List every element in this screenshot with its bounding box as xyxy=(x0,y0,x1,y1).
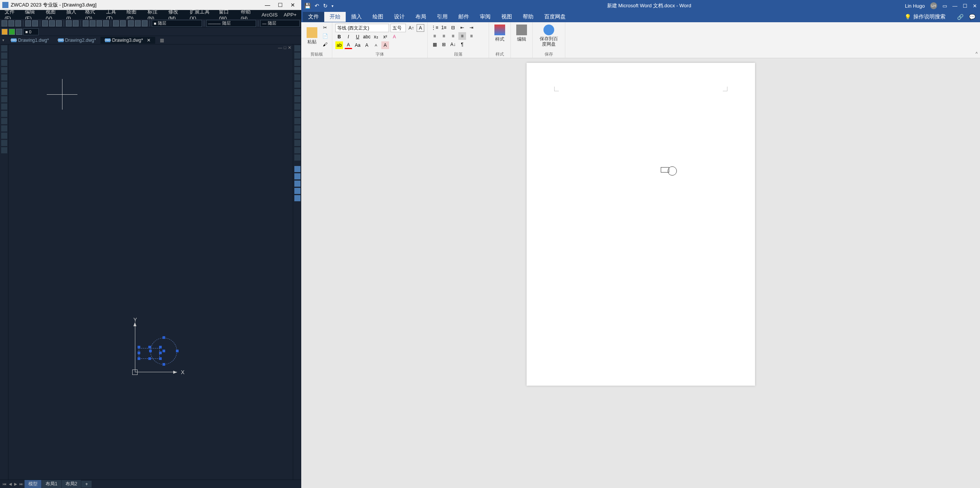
show-marks-button[interactable]: ¶ xyxy=(458,41,466,48)
chamfer-icon[interactable] xyxy=(294,140,300,146)
doc-tab-3[interactable]: DWGDrawing3.dwg*✕ xyxy=(100,37,155,44)
tb-icon-a[interactable] xyxy=(128,20,134,26)
share-icon[interactable]: 🔗 xyxy=(957,14,964,20)
user-name[interactable]: Lin Hugo xyxy=(905,3,925,9)
maximize-icon[interactable]: ☐ xyxy=(963,3,967,9)
char-shading-button[interactable]: Aa xyxy=(354,41,361,49)
grip-point[interactable] xyxy=(163,336,165,339)
design-center-icon[interactable] xyxy=(120,20,126,26)
doc-tab-1[interactable]: DWGDrawing1.dwg* xyxy=(7,37,54,44)
layout-nav-first-icon[interactable]: ⏮ xyxy=(2,482,8,486)
paste-icon[interactable] xyxy=(56,20,62,26)
phonetic-button[interactable]: A xyxy=(417,24,424,32)
copy-obj-icon[interactable] xyxy=(294,53,300,59)
lineweight-dropdown[interactable]: — 随层 xyxy=(260,20,300,27)
zoom-window-icon[interactable] xyxy=(97,20,102,26)
canvas-min-icon[interactable]: — xyxy=(278,45,282,50)
grip-point[interactable] xyxy=(159,352,162,354)
collapse-ribbon-icon[interactable]: ^ xyxy=(975,51,978,56)
block-icon[interactable] xyxy=(1,111,7,117)
ribbon-tab-insert[interactable]: 插入 xyxy=(346,12,367,22)
grip-point[interactable] xyxy=(163,363,165,366)
grip-point[interactable] xyxy=(138,357,140,360)
copy-button[interactable]: 📄 xyxy=(321,32,329,40)
rotate-icon[interactable] xyxy=(294,89,300,95)
close-icon[interactable]: ✕ xyxy=(291,2,295,8)
layer-off-icon[interactable] xyxy=(16,29,22,35)
rectangle-icon[interactable] xyxy=(1,67,7,73)
shrink-font-icon[interactable]: A xyxy=(372,41,380,49)
save-icon[interactable]: 💾 xyxy=(304,3,311,9)
ellipse-icon[interactable] xyxy=(1,96,7,102)
group1-icon[interactable] xyxy=(294,166,300,172)
undo-icon[interactable] xyxy=(66,20,72,26)
minimize-icon[interactable]: — xyxy=(265,2,270,8)
redo-icon[interactable]: ↻ xyxy=(323,3,328,9)
explode-icon[interactable] xyxy=(294,154,300,161)
minimize-icon[interactable]: — xyxy=(952,3,957,9)
layer-icon[interactable] xyxy=(2,29,8,35)
maximize-icon[interactable]: ☐ xyxy=(278,2,283,8)
grip-point[interactable] xyxy=(159,357,162,360)
editing-button[interactable]: 编辑 xyxy=(514,24,529,43)
ribbon-tab-layout[interactable]: 布局 xyxy=(410,12,432,22)
hatch-icon[interactable] xyxy=(1,125,7,131)
polyline-icon[interactable] xyxy=(1,53,7,59)
text-icon[interactable] xyxy=(1,140,7,146)
multilevel-button[interactable]: ⊟ xyxy=(449,24,457,31)
offset-icon[interactable] xyxy=(294,67,300,73)
grow-font-icon[interactable]: A xyxy=(363,41,371,49)
ribbon-tab-draw[interactable]: 绘图 xyxy=(367,12,389,22)
shading-button[interactable]: ▦ xyxy=(431,41,438,48)
baidu-save-button[interactable]: 保存到百度网盘 xyxy=(536,24,562,48)
join-icon[interactable] xyxy=(294,133,300,139)
grip-point[interactable] xyxy=(148,346,151,348)
word-page[interactable] xyxy=(527,63,755,386)
ellipse-arc-icon[interactable] xyxy=(1,104,7,110)
superscript-button[interactable]: x² xyxy=(381,33,389,41)
canvas-max-icon[interactable]: □ xyxy=(284,45,286,50)
ribbon-tab-view[interactable]: 视图 xyxy=(496,12,517,22)
grip-point[interactable] xyxy=(163,350,165,352)
spline-icon[interactable] xyxy=(1,89,7,95)
color-dropdown[interactable]: ——— 随层 xyxy=(206,20,256,27)
canvas-close-icon[interactable]: ✕ xyxy=(288,45,291,50)
highlight-button[interactable]: ab xyxy=(335,41,343,49)
layout-tab-1[interactable]: 布局1 xyxy=(42,480,62,488)
menu-arcgis[interactable]: ArcGIS xyxy=(258,12,281,18)
layer-dropdown[interactable]: ■ 随层 xyxy=(152,20,202,27)
open-icon[interactable] xyxy=(8,20,14,26)
move-icon[interactable] xyxy=(294,82,300,88)
strike-button[interactable]: abc xyxy=(363,33,371,41)
grip-point[interactable] xyxy=(159,346,162,348)
arc-icon[interactable] xyxy=(1,74,7,81)
numbering-button[interactable]: 1≡ xyxy=(440,24,448,31)
ribbon-tab-baidu[interactable]: 百度网盘 xyxy=(539,12,571,22)
group3-icon[interactable] xyxy=(294,181,300,187)
layout-nav-next-icon[interactable]: ▶ xyxy=(13,482,18,486)
region-icon[interactable] xyxy=(1,133,7,139)
bullets-button[interactable]: ⋮≡ xyxy=(431,24,438,31)
tb-icon-b[interactable] xyxy=(135,20,141,26)
zoom-icon[interactable] xyxy=(90,20,95,26)
layer-current[interactable]: ■ 0 xyxy=(23,28,39,35)
format-painter-button[interactable]: 🖌 xyxy=(321,41,329,48)
bold-button[interactable]: B xyxy=(335,33,343,41)
close-icon[interactable]: ✕ xyxy=(973,3,977,9)
paste-button[interactable]: 粘贴 xyxy=(304,24,320,48)
layer-state-icon[interactable] xyxy=(9,29,15,35)
preview-icon[interactable] xyxy=(32,20,38,26)
font-color-button[interactable]: A xyxy=(345,41,352,49)
ribbon-tab-design[interactable]: 设计 xyxy=(389,12,410,22)
grip-point[interactable] xyxy=(138,352,140,354)
ribbon-tab-review[interactable]: 审阅 xyxy=(474,12,496,22)
grip-point[interactable] xyxy=(149,350,152,352)
grip-point[interactable] xyxy=(176,350,179,352)
doc-tab-2[interactable]: DWGDrawing2.dwg* xyxy=(54,37,101,44)
user-avatar[interactable]: LH xyxy=(930,2,937,9)
polygon-icon[interactable] xyxy=(1,60,7,66)
borders-button[interactable]: ⊞ xyxy=(440,41,448,48)
qat-custom-icon[interactable]: ▾ xyxy=(332,4,333,8)
undo-icon[interactable]: ↶ xyxy=(315,3,319,9)
justify-button[interactable]: ≡ xyxy=(458,32,466,40)
